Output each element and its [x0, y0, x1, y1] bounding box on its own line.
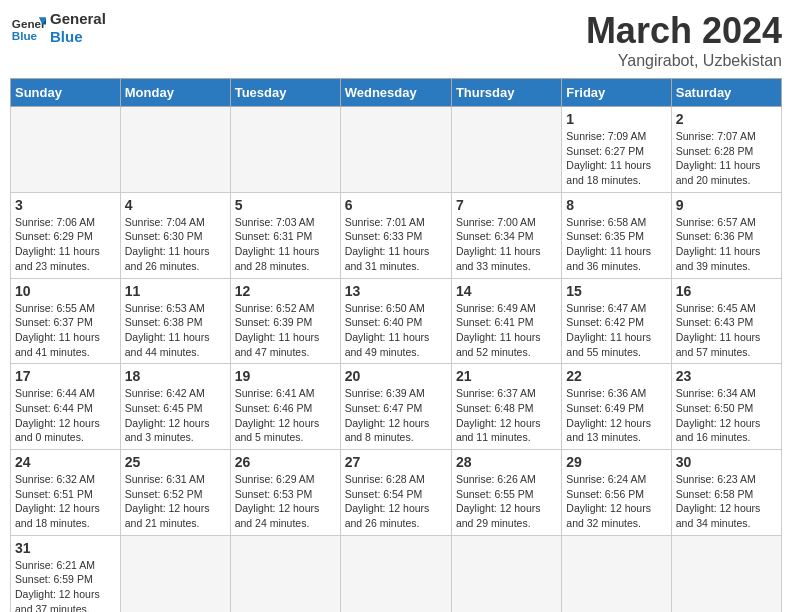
calendar-week-row: 31Sunrise: 6:21 AM Sunset: 6:59 PM Dayli… — [11, 535, 782, 612]
calendar-cell: 25Sunrise: 6:31 AM Sunset: 6:52 PM Dayli… — [120, 450, 230, 536]
calendar-week-row: 3Sunrise: 7:06 AM Sunset: 6:29 PM Daylig… — [11, 192, 782, 278]
weekday-header-row: SundayMondayTuesdayWednesdayThursdayFrid… — [11, 79, 782, 107]
day-number: 3 — [15, 197, 116, 213]
weekday-header-saturday: Saturday — [671, 79, 781, 107]
logo-icon: General Blue — [10, 10, 46, 46]
calendar-cell — [340, 535, 451, 612]
day-number: 6 — [345, 197, 447, 213]
day-info: Sunrise: 6:49 AM Sunset: 6:41 PM Dayligh… — [456, 301, 557, 360]
day-info: Sunrise: 6:45 AM Sunset: 6:43 PM Dayligh… — [676, 301, 777, 360]
day-number: 14 — [456, 283, 557, 299]
day-info: Sunrise: 7:06 AM Sunset: 6:29 PM Dayligh… — [15, 215, 116, 274]
calendar-cell: 22Sunrise: 6:36 AM Sunset: 6:49 PM Dayli… — [562, 364, 671, 450]
weekday-header-tuesday: Tuesday — [230, 79, 340, 107]
day-number: 31 — [15, 540, 116, 556]
day-number: 19 — [235, 368, 336, 384]
day-info: Sunrise: 6:31 AM Sunset: 6:52 PM Dayligh… — [125, 472, 226, 531]
day-info: Sunrise: 6:39 AM Sunset: 6:47 PM Dayligh… — [345, 386, 447, 445]
calendar-cell — [562, 535, 671, 612]
day-number: 18 — [125, 368, 226, 384]
calendar-cell: 20Sunrise: 6:39 AM Sunset: 6:47 PM Dayli… — [340, 364, 451, 450]
day-number: 26 — [235, 454, 336, 470]
day-info: Sunrise: 6:57 AM Sunset: 6:36 PM Dayligh… — [676, 215, 777, 274]
day-info: Sunrise: 7:03 AM Sunset: 6:31 PM Dayligh… — [235, 215, 336, 274]
calendar-cell: 17Sunrise: 6:44 AM Sunset: 6:44 PM Dayli… — [11, 364, 121, 450]
calendar-week-row: 17Sunrise: 6:44 AM Sunset: 6:44 PM Dayli… — [11, 364, 782, 450]
calendar-week-row: 24Sunrise: 6:32 AM Sunset: 6:51 PM Dayli… — [11, 450, 782, 536]
day-info: Sunrise: 7:04 AM Sunset: 6:30 PM Dayligh… — [125, 215, 226, 274]
calendar-cell: 2Sunrise: 7:07 AM Sunset: 6:28 PM Daylig… — [671, 107, 781, 193]
page-header: General Blue General Blue March 2024 Yan… — [10, 10, 782, 70]
calendar-cell — [671, 535, 781, 612]
day-number: 30 — [676, 454, 777, 470]
calendar-cell: 5Sunrise: 7:03 AM Sunset: 6:31 PM Daylig… — [230, 192, 340, 278]
day-info: Sunrise: 6:50 AM Sunset: 6:40 PM Dayligh… — [345, 301, 447, 360]
calendar-cell: 16Sunrise: 6:45 AM Sunset: 6:43 PM Dayli… — [671, 278, 781, 364]
calendar-cell — [120, 535, 230, 612]
day-number: 13 — [345, 283, 447, 299]
day-number: 28 — [456, 454, 557, 470]
day-info: Sunrise: 6:21 AM Sunset: 6:59 PM Dayligh… — [15, 558, 116, 612]
calendar-cell: 14Sunrise: 6:49 AM Sunset: 6:41 PM Dayli… — [451, 278, 561, 364]
calendar-cell: 15Sunrise: 6:47 AM Sunset: 6:42 PM Dayli… — [562, 278, 671, 364]
weekday-header-monday: Monday — [120, 79, 230, 107]
calendar-week-row: 10Sunrise: 6:55 AM Sunset: 6:37 PM Dayli… — [11, 278, 782, 364]
day-number: 2 — [676, 111, 777, 127]
calendar-cell: 1Sunrise: 7:09 AM Sunset: 6:27 PM Daylig… — [562, 107, 671, 193]
calendar-cell: 24Sunrise: 6:32 AM Sunset: 6:51 PM Dayli… — [11, 450, 121, 536]
weekday-header-thursday: Thursday — [451, 79, 561, 107]
day-number: 5 — [235, 197, 336, 213]
calendar-cell: 7Sunrise: 7:00 AM Sunset: 6:34 PM Daylig… — [451, 192, 561, 278]
month-title: March 2024 — [586, 10, 782, 52]
day-number: 11 — [125, 283, 226, 299]
calendar-cell: 4Sunrise: 7:04 AM Sunset: 6:30 PM Daylig… — [120, 192, 230, 278]
day-info: Sunrise: 6:52 AM Sunset: 6:39 PM Dayligh… — [235, 301, 336, 360]
day-info: Sunrise: 6:42 AM Sunset: 6:45 PM Dayligh… — [125, 386, 226, 445]
day-info: Sunrise: 6:34 AM Sunset: 6:50 PM Dayligh… — [676, 386, 777, 445]
calendar-cell: 9Sunrise: 6:57 AM Sunset: 6:36 PM Daylig… — [671, 192, 781, 278]
day-info: Sunrise: 6:32 AM Sunset: 6:51 PM Dayligh… — [15, 472, 116, 531]
day-number: 25 — [125, 454, 226, 470]
day-number: 27 — [345, 454, 447, 470]
calendar-cell — [230, 107, 340, 193]
logo-blue-text: Blue — [50, 28, 106, 46]
day-info: Sunrise: 6:37 AM Sunset: 6:48 PM Dayligh… — [456, 386, 557, 445]
calendar-cell — [230, 535, 340, 612]
day-number: 17 — [15, 368, 116, 384]
location-title: Yangirabot, Uzbekistan — [586, 52, 782, 70]
calendar-cell: 30Sunrise: 6:23 AM Sunset: 6:58 PM Dayli… — [671, 450, 781, 536]
svg-text:Blue: Blue — [12, 29, 38, 42]
day-number: 21 — [456, 368, 557, 384]
calendar-cell: 13Sunrise: 6:50 AM Sunset: 6:40 PM Dayli… — [340, 278, 451, 364]
day-number: 9 — [676, 197, 777, 213]
calendar-cell: 27Sunrise: 6:28 AM Sunset: 6:54 PM Dayli… — [340, 450, 451, 536]
day-info: Sunrise: 7:00 AM Sunset: 6:34 PM Dayligh… — [456, 215, 557, 274]
calendar-cell: 26Sunrise: 6:29 AM Sunset: 6:53 PM Dayli… — [230, 450, 340, 536]
calendar-table: SundayMondayTuesdayWednesdayThursdayFrid… — [10, 78, 782, 612]
day-number: 22 — [566, 368, 666, 384]
calendar-cell: 28Sunrise: 6:26 AM Sunset: 6:55 PM Dayli… — [451, 450, 561, 536]
day-info: Sunrise: 6:29 AM Sunset: 6:53 PM Dayligh… — [235, 472, 336, 531]
calendar-cell: 18Sunrise: 6:42 AM Sunset: 6:45 PM Dayli… — [120, 364, 230, 450]
day-info: Sunrise: 6:58 AM Sunset: 6:35 PM Dayligh… — [566, 215, 666, 274]
calendar-cell — [451, 535, 561, 612]
calendar-cell: 3Sunrise: 7:06 AM Sunset: 6:29 PM Daylig… — [11, 192, 121, 278]
calendar-cell — [451, 107, 561, 193]
weekday-header-friday: Friday — [562, 79, 671, 107]
day-number: 8 — [566, 197, 666, 213]
day-info: Sunrise: 6:23 AM Sunset: 6:58 PM Dayligh… — [676, 472, 777, 531]
day-info: Sunrise: 7:01 AM Sunset: 6:33 PM Dayligh… — [345, 215, 447, 274]
calendar-cell: 8Sunrise: 6:58 AM Sunset: 6:35 PM Daylig… — [562, 192, 671, 278]
day-number: 10 — [15, 283, 116, 299]
calendar-cell: 31Sunrise: 6:21 AM Sunset: 6:59 PM Dayli… — [11, 535, 121, 612]
day-info: Sunrise: 6:24 AM Sunset: 6:56 PM Dayligh… — [566, 472, 666, 531]
day-info: Sunrise: 6:55 AM Sunset: 6:37 PM Dayligh… — [15, 301, 116, 360]
day-number: 1 — [566, 111, 666, 127]
calendar-cell — [120, 107, 230, 193]
day-info: Sunrise: 7:09 AM Sunset: 6:27 PM Dayligh… — [566, 129, 666, 188]
calendar-cell: 21Sunrise: 6:37 AM Sunset: 6:48 PM Dayli… — [451, 364, 561, 450]
calendar-cell — [340, 107, 451, 193]
calendar-cell: 29Sunrise: 6:24 AM Sunset: 6:56 PM Dayli… — [562, 450, 671, 536]
calendar-cell: 12Sunrise: 6:52 AM Sunset: 6:39 PM Dayli… — [230, 278, 340, 364]
day-info: Sunrise: 7:07 AM Sunset: 6:28 PM Dayligh… — [676, 129, 777, 188]
